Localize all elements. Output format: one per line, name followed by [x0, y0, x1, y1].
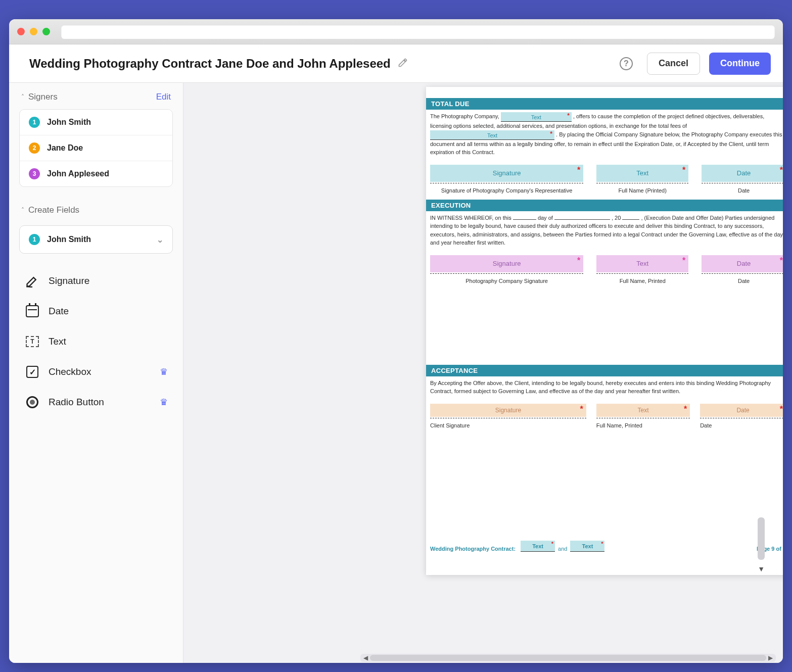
field-type-date[interactable]: Date — [19, 296, 173, 326]
signers-label: Signers — [28, 92, 58, 102]
field-caption: Full Name (Printed) — [619, 187, 667, 194]
document-page: TOTAL DUE The Photography Company, Text … — [426, 87, 783, 575]
field-placeholder: Date — [737, 169, 751, 177]
field-caption: Photography Company Signature — [465, 278, 548, 284]
signer-name: John Smith — [47, 118, 91, 127]
text: , 20 — [612, 215, 622, 221]
signer-badge: 2 — [29, 142, 40, 154]
premium-icon: ♛ — [160, 366, 168, 377]
cancel-button[interactable]: Cancel — [647, 53, 700, 75]
field-placeholder: Signature — [493, 260, 521, 267]
field-placeholder: Date — [737, 260, 751, 267]
minimize-window-icon[interactable] — [30, 28, 37, 35]
signature-line — [702, 273, 783, 274]
create-fields-section-header[interactable]: ˄ Create Fields — [9, 191, 183, 225]
signer-name: Jane Doe — [47, 143, 83, 153]
help-icon[interactable]: ? — [620, 57, 633, 70]
header: Wedding Photography Contract Jane Doe an… — [9, 44, 783, 83]
date-field[interactable]: Date * — [702, 165, 783, 182]
field-caption: Client Signature — [430, 422, 470, 428]
required-star-icon: * — [567, 111, 570, 120]
required-star-icon: * — [551, 541, 553, 547]
text: IN WITNESS WHEREOF, on this — [430, 215, 513, 221]
date-field[interactable]: Date * — [702, 255, 783, 272]
signer-item-2[interactable]: 2 Jane Doe — [20, 135, 172, 161]
field-caption: Date — [738, 278, 750, 284]
horizontal-scrollbar-thumb[interactable] — [370, 655, 766, 661]
field-type-signature[interactable]: Signature — [19, 266, 173, 296]
field-type-checkbox[interactable]: ✓ Checkbox ♛ — [19, 357, 173, 387]
premium-icon: ♛ — [160, 397, 168, 408]
signer-item-1[interactable]: 1 John Smith — [20, 110, 172, 135]
field-placeholder: Text — [532, 543, 543, 549]
continue-button[interactable]: Continue — [709, 53, 771, 75]
scroll-right-icon[interactable]: ▶ — [768, 654, 773, 661]
signature-line — [430, 418, 586, 418]
field-row-acceptance: Signature * Client Signature Text * Full… — [426, 399, 783, 428]
footer-text-field-2[interactable]: Text * — [570, 541, 604, 552]
app-window: Wedding Photography Contract Jane Doe an… — [9, 19, 783, 663]
date-field[interactable]: Date * — [700, 404, 783, 417]
text-field-fullname[interactable]: Text * — [596, 404, 690, 417]
signature-field-company-rep[interactable]: Signature * — [430, 165, 583, 182]
field-label: Signature — [49, 275, 89, 286]
field-placeholder: Text — [487, 132, 497, 138]
text-field-total-fees[interactable]: Text * — [430, 130, 554, 140]
signer-badge: 1 — [29, 234, 40, 245]
edit-title-icon[interactable] — [398, 58, 408, 70]
chevron-up-icon: ˄ — [21, 93, 24, 101]
required-star-icon: * — [601, 541, 603, 547]
create-fields-label: Create Fields — [28, 205, 79, 215]
signer-badge: 3 — [29, 168, 40, 179]
scroll-left-icon[interactable]: ◀ — [363, 654, 368, 661]
text: day of — [538, 215, 554, 221]
field-label: Checkbox — [49, 366, 91, 377]
window-controls — [17, 28, 50, 35]
spacer — [426, 284, 783, 365]
signer-item-3[interactable]: 3 John Appleseed — [20, 161, 172, 186]
section-header-acceptance: ACCEPTANCE — [426, 365, 783, 376]
document-canvas[interactable]: ▲ TOTAL DUE The Photography Company, Tex… — [183, 83, 783, 663]
signer-select-dropdown[interactable]: 1 John Smith ⌄ — [19, 225, 173, 254]
section-header-execution: EXECUTION — [426, 200, 783, 211]
maximize-window-icon[interactable] — [42, 28, 50, 35]
chevron-up-icon: ˄ — [21, 207, 24, 214]
edit-signers-link[interactable]: Edit — [156, 92, 171, 102]
sidebar: ˄ Signers Edit 1 John Smith 2 Jane Doe 3… — [9, 83, 183, 663]
close-window-icon[interactable] — [17, 28, 25, 35]
text-field-fullname[interactable]: Text * — [596, 165, 688, 182]
signature-line — [700, 418, 783, 418]
text: By Accepting the Offer above, the Client… — [430, 380, 771, 395]
footer-text-field-1[interactable]: Text * — [521, 541, 555, 552]
signature-line — [596, 273, 688, 274]
field-caption: Full Name, Printed — [596, 422, 642, 428]
text: The Photography Company, — [430, 113, 501, 119]
field-type-text[interactable]: T Text — [19, 326, 173, 357]
horizontal-scrollbar[interactable]: ◀ ▶ — [360, 654, 776, 662]
checkbox-icon: ✓ — [24, 364, 40, 380]
signers-section-header[interactable]: ˄ Signers Edit — [9, 83, 183, 109]
required-star-icon: * — [550, 129, 552, 138]
text-field-fullname[interactable]: Text * — [596, 255, 688, 272]
footer-and: and — [558, 546, 567, 552]
field-caption: Date — [738, 187, 750, 194]
field-placeholder: Signature — [495, 407, 521, 414]
signature-field-company[interactable]: Signature * — [430, 255, 583, 272]
signer-name: John Appleseed — [47, 169, 109, 178]
required-star-icon: * — [780, 256, 783, 265]
section-body-execution: IN WITNESS WHEREOF, on this day of , 20 … — [426, 211, 783, 250]
field-placeholder: Text — [636, 260, 648, 267]
field-placeholder: Date — [736, 407, 749, 414]
field-type-radio[interactable]: Radio Button ♛ — [19, 387, 173, 417]
text-field-company-name[interactable]: Text * — [501, 112, 572, 122]
field-type-list: Signature Date T Text ✓ Checkbox ♛ R — [9, 263, 183, 420]
signature-line — [596, 183, 688, 183]
required-star-icon: * — [577, 166, 580, 175]
scroll-down-icon[interactable]: ▼ — [758, 565, 765, 573]
vertical-scrollbar-thumb[interactable] — [758, 517, 765, 560]
required-star-icon: * — [682, 166, 685, 175]
field-label: Date — [49, 306, 69, 317]
url-bar[interactable] — [61, 25, 775, 39]
signature-field-client[interactable]: Signature * — [430, 404, 586, 417]
signature-icon — [24, 273, 40, 289]
